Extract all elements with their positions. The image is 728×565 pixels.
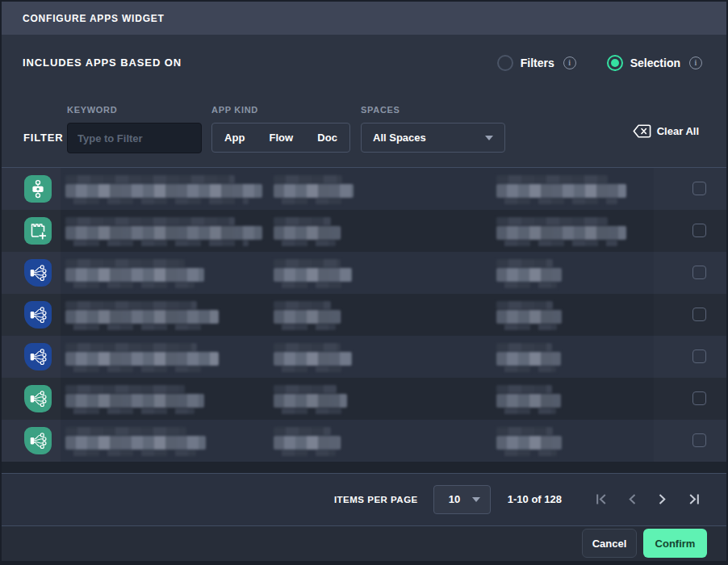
keyword-label: KEYWORD (67, 105, 202, 115)
mode-section-label: INCLUDES APPS BASED ON (23, 56, 182, 69)
previous-page-icon (627, 493, 637, 505)
redacted-app-space (496, 385, 561, 413)
previous-page-button[interactable] (625, 492, 639, 507)
row-select-checkbox[interactable] (692, 391, 706, 405)
redacted-app-kind (274, 301, 341, 329)
row-select-checkbox[interactable] (692, 349, 706, 363)
spaces-dropdown[interactable]: All Spaces (361, 123, 505, 153)
app-row[interactable] (2, 168, 726, 210)
row-select-checkbox[interactable] (692, 308, 706, 321)
app-kind-doc-button[interactable]: Doc (314, 132, 341, 144)
filter-caption: FILTER (23, 132, 67, 144)
modal-footer: Cancel Confirm (2, 526, 726, 562)
flow-tree-icon (24, 301, 52, 329)
first-page-icon (596, 493, 608, 505)
pagination-controls: ITEMS PER PAGE 10 1-10 of 128 (334, 485, 701, 514)
chevron-down-icon (485, 136, 493, 140)
keyword-input[interactable] (67, 123, 202, 153)
redacted-app-space (496, 301, 562, 329)
app-row[interactable] (2, 252, 726, 294)
row-select-checkbox[interactable] (692, 182, 706, 195)
clear-all-button[interactable]: Clear All (633, 123, 699, 139)
next-page-icon (658, 493, 667, 505)
radio-selection-label: Selection (630, 56, 680, 69)
clear-backspace-icon (633, 124, 651, 138)
spaces-dropdown-value: All Spaces (373, 132, 426, 144)
app-row[interactable] (2, 210, 726, 252)
redacted-app-space (496, 343, 561, 371)
spaces-group: SPACES All Spaces (361, 105, 505, 167)
confirm-button[interactable]: Confirm (643, 529, 707, 558)
app-kind-group: APP KIND App Flow Doc (211, 105, 350, 167)
last-page-button[interactable] (686, 492, 701, 507)
radio-filters-label: Filters (521, 56, 554, 69)
app-row[interactable] (2, 294, 726, 336)
clear-all-label: Clear All (657, 125, 699, 137)
redacted-app-name (65, 385, 204, 413)
radio-filters[interactable]: Filters i (497, 55, 576, 71)
app-row[interactable] (2, 420, 726, 462)
redacted-app-name (65, 427, 206, 455)
redacted-app-space (496, 259, 562, 287)
page-size-value: 10 (449, 493, 460, 505)
modal-body: CONFIGURE APPS WIDGET INCLUDES APPS BASE… (2, 2, 726, 561)
redacted-app-space (496, 427, 562, 455)
app-kind-segmented-control: App Flow Doc (211, 123, 350, 153)
radio-selection[interactable]: Selection i (607, 55, 702, 71)
spaces-label: SPACES (361, 105, 505, 115)
first-page-button[interactable] (594, 492, 609, 507)
board-add-icon (24, 217, 52, 245)
info-icon[interactable]: i (563, 56, 576, 69)
app-kind-label: APP KIND (211, 105, 350, 115)
clipped-next-row (2, 462, 726, 467)
redacted-app-name (65, 259, 204, 287)
redacted-app-kind (274, 175, 354, 203)
page-nav-buttons (594, 492, 701, 507)
row-select-checkbox[interactable] (692, 266, 706, 279)
app-kind-app-button[interactable]: App (221, 132, 248, 144)
redacted-app-name (65, 301, 219, 329)
radio-circle-icon[interactable] (607, 55, 623, 71)
flow-tree-icon (24, 259, 52, 287)
chevron-down-icon (472, 497, 480, 502)
pagination-bar: ITEMS PER PAGE 10 1-10 of 128 (2, 473, 726, 526)
app-row[interactable] (2, 378, 726, 420)
redacted-app-kind (274, 343, 352, 371)
last-page-icon (688, 493, 700, 505)
apps-table (2, 168, 726, 473)
configure-apps-widget-modal: CONFIGURE APPS WIDGET INCLUDES APPS BASE… (0, 0, 728, 565)
flow-tree-icon (24, 343, 52, 370)
app-row[interactable] (2, 336, 726, 378)
app-kind-flow-button[interactable]: Flow (266, 132, 297, 144)
redacted-app-kind (274, 259, 352, 287)
mode-options: Filters i Selection i (497, 55, 702, 71)
flow-tree-icon (24, 385, 52, 412)
redacted-app-kind (274, 385, 347, 413)
page-size-dropdown[interactable]: 10 (433, 485, 491, 514)
modal-title-bar: CONFIGURE APPS WIDGET (2, 2, 726, 35)
mode-section: INCLUDES APPS BASED ON Filters i Selecti… (2, 35, 726, 90)
next-page-button[interactable] (655, 492, 670, 507)
page-range-text: 1-10 of 128 (508, 493, 562, 505)
redacted-app-kind (274, 217, 341, 245)
cancel-button[interactable]: Cancel (582, 529, 637, 558)
redacted-app-space (496, 175, 626, 203)
row-select-checkbox[interactable] (692, 433, 706, 447)
keyword-group: KEYWORD (67, 105, 202, 167)
filter-section: FILTER KEYWORD APP KIND App Flow Doc SPA… (2, 90, 726, 168)
radio-circle-icon[interactable] (497, 55, 513, 71)
info-icon[interactable]: i (689, 56, 702, 69)
redacted-app-space (496, 217, 626, 245)
workflow-node-icon (24, 175, 52, 203)
modal-title: CONFIGURE APPS WIDGET (23, 13, 165, 24)
redacted-app-kind (274, 427, 341, 455)
redacted-app-name (65, 175, 262, 203)
row-select-checkbox[interactable] (692, 224, 706, 237)
flow-tree-icon (24, 427, 52, 454)
redacted-app-name (65, 217, 262, 245)
items-per-page-label: ITEMS PER PAGE (334, 495, 418, 504)
redacted-app-name (65, 343, 219, 371)
